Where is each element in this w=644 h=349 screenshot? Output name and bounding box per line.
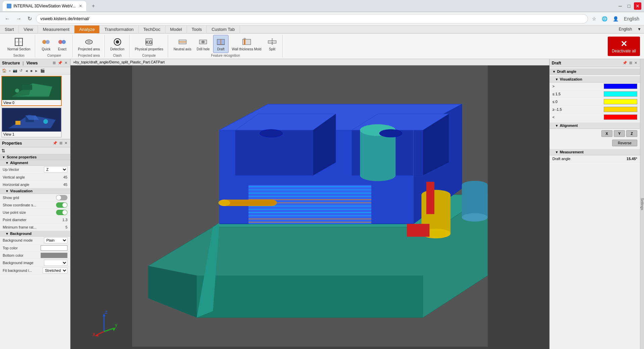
draft-align-header[interactable]: ▼ Alignment xyxy=(550,122,640,129)
expand-icon[interactable]: ▼ xyxy=(635,26,644,33)
views-area: View 0 View 1 xyxy=(0,74,70,139)
kisters-icon[interactable]: 🌐 xyxy=(600,15,609,23)
split-button[interactable]: Split xyxy=(265,35,280,53)
views-home-btn[interactable]: 🏠 xyxy=(1,68,7,73)
structure-tab[interactable]: Structure xyxy=(2,61,20,65)
normal-section-button[interactable]: Normal Section xyxy=(5,35,32,53)
views-camera-btn[interactable]: 📷 xyxy=(12,68,18,73)
views-film-btn[interactable]: 🎬 xyxy=(40,68,46,73)
drill-hole-button[interactable]: Drill hole xyxy=(195,35,212,53)
draft-viz-header[interactable]: ▼ Visualization xyxy=(550,76,640,83)
use-point-size-toggle[interactable] xyxy=(56,210,67,215)
draft-pin-btn[interactable]: 📌 xyxy=(622,60,628,66)
tab-tools[interactable]: Tools xyxy=(187,26,207,33)
props-close-btn[interactable]: ✕ xyxy=(64,140,68,146)
tab-start[interactable]: Start xyxy=(0,26,19,33)
draft-angle-section-header[interactable]: ▼ Draft angle xyxy=(550,68,640,75)
color-bar-1-5[interactable] xyxy=(604,91,637,97)
settings-sidebar[interactable]: Settings xyxy=(640,59,644,349)
horizontal-angle-row: Horizontal angle 45 xyxy=(0,181,70,188)
account-button[interactable]: 👤 xyxy=(611,15,621,23)
exact-button[interactable]: Exact xyxy=(55,35,69,53)
color-bar-gt[interactable] xyxy=(604,84,637,89)
align-y-button[interactable]: Y xyxy=(614,130,625,137)
projected-area-button[interactable]: Projected area xyxy=(76,35,102,53)
physical-properties-button[interactable]: KG Physical properties xyxy=(133,35,165,53)
structure-icon-btn[interactable]: ⊞ xyxy=(52,60,56,66)
maximize-button[interactable]: □ xyxy=(625,2,633,10)
normal-section-icon xyxy=(13,37,24,47)
alignment-header[interactable]: ▼ Alignment xyxy=(0,160,70,166)
ribbon-group-feature-items: Neutral axis Drill hole Draft xyxy=(171,35,280,53)
detection-button[interactable]: Detection xyxy=(108,35,126,53)
tab-techdoc[interactable]: TechDoc xyxy=(139,26,165,33)
use-point-size-label: Use point size xyxy=(3,210,56,214)
svg-rect-71 xyxy=(462,185,488,217)
views-stop-btn[interactable]: ■ xyxy=(30,68,33,73)
bottom-color-row: Bottom color xyxy=(0,252,70,259)
svg-point-16 xyxy=(201,41,205,43)
props-detach-btn[interactable]: ⊞ xyxy=(59,140,63,146)
color-bar-0[interactable] xyxy=(604,99,637,104)
bg-image-row: Background image xyxy=(0,259,70,267)
top-color-swatch[interactable] xyxy=(41,245,67,251)
close-button[interactable]: ✕ xyxy=(634,2,641,10)
fit-bg-select[interactable]: StretchedFit xyxy=(43,267,67,273)
views-next-btn[interactable]: ► xyxy=(34,68,39,73)
views-add-btn[interactable]: + xyxy=(8,68,11,73)
bg-image-select[interactable] xyxy=(44,260,67,266)
align-z-button[interactable]: Z xyxy=(626,130,637,137)
draft-close-btn[interactable]: ✕ xyxy=(634,60,638,66)
draft-meas-header[interactable]: ▼ Measurement xyxy=(550,149,640,155)
bottom-color-swatch[interactable] xyxy=(41,253,67,258)
color-bar-neg-1-5[interactable] xyxy=(604,107,637,112)
tab-measurement[interactable]: Measurement xyxy=(38,26,74,33)
tab-custom[interactable]: Custom Tab xyxy=(207,26,240,33)
up-vector-select[interactable]: ZXY xyxy=(44,166,67,172)
bg-mode-select[interactable]: PlainGradient xyxy=(44,237,67,243)
tab-model[interactable]: Model xyxy=(165,26,187,33)
neutral-axis-button[interactable]: Neutral axis xyxy=(171,35,193,53)
svg-point-32 xyxy=(43,87,48,92)
props-pin-btn[interactable]: 📌 xyxy=(52,140,58,146)
align-x-button[interactable]: X xyxy=(601,130,612,137)
visualization-header[interactable]: ▼ Visualization xyxy=(0,188,70,194)
viewport-3d[interactable]: Z Y X xyxy=(70,65,549,347)
show-coord-toggle[interactable] xyxy=(56,202,67,208)
view-thumb-1[interactable]: View 1 xyxy=(1,107,62,138)
forward-button[interactable]: → xyxy=(14,14,23,23)
views-tab[interactable]: Views xyxy=(27,61,38,65)
bookmark-button[interactable]: ☆ xyxy=(590,15,598,23)
draft-button[interactable]: Draft xyxy=(213,35,229,53)
background-header[interactable]: ▼ Background xyxy=(0,231,70,237)
tab-view[interactable]: View xyxy=(19,26,38,33)
section-group-label: Section xyxy=(13,54,24,57)
views-prev-btn[interactable]: ◄ xyxy=(24,68,29,73)
structure-close-btn[interactable]: ✕ xyxy=(64,60,68,66)
address-bar[interactable] xyxy=(36,14,588,23)
wall-thickness-button[interactable]: Wall thickness Mold xyxy=(230,35,263,53)
tab-close-icon[interactable]: ✕ xyxy=(79,4,82,8)
props-sort-icon[interactable]: ⇅ xyxy=(1,148,5,153)
deactivate-all-button[interactable]: ✕ Deactivate all xyxy=(608,37,640,56)
refresh-button[interactable]: ↻ xyxy=(26,14,34,23)
views-refresh-btn[interactable]: ↺ xyxy=(19,68,23,73)
deactivate-label: Deactivate all xyxy=(612,49,636,53)
structure-pin-btn[interactable]: 📌 xyxy=(57,60,63,66)
draft-detach-btn[interactable]: ⊞ xyxy=(629,60,633,66)
browser-tab[interactable]: INTERNAL 3DViewStation WebV... ✕ xyxy=(3,1,86,11)
new-tab-button[interactable]: + xyxy=(89,2,97,10)
language-button[interactable]: English xyxy=(622,15,641,23)
scene-props-header[interactable]: ▼ Scene properties xyxy=(0,154,70,160)
quick-button[interactable]: Quick xyxy=(39,35,53,53)
reverse-button[interactable]: Reverse xyxy=(612,140,637,146)
back-button[interactable]: ← xyxy=(3,14,12,23)
minimize-button[interactable]: ─ xyxy=(616,2,624,10)
view-thumb-0[interactable]: View 0 xyxy=(1,76,62,106)
up-vector-row: Up-Vector ZXY xyxy=(0,166,70,173)
tab-analyze[interactable]: Analyze xyxy=(75,26,100,33)
svg-point-31 xyxy=(15,89,19,93)
color-bar-lt[interactable] xyxy=(604,114,637,120)
show-grid-toggle[interactable] xyxy=(56,195,67,200)
tab-transformation[interactable]: Transformation xyxy=(100,26,139,33)
